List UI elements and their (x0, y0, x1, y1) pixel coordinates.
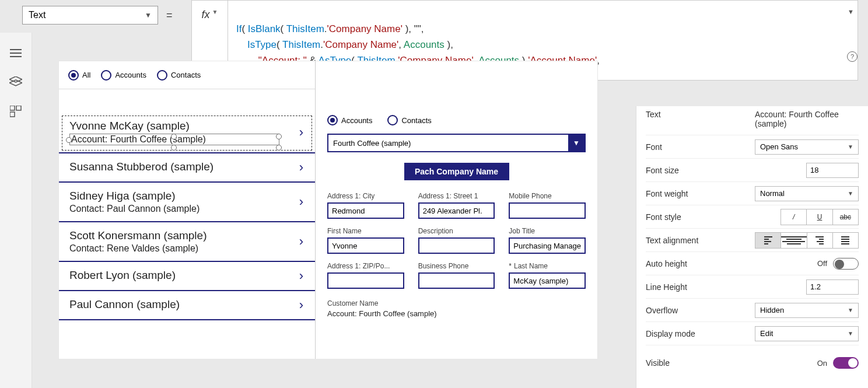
chevron-right-icon[interactable]: › (299, 125, 303, 140)
style-underline-button[interactable]: U (807, 209, 832, 225)
svg-rect-7 (10, 112, 15, 117)
prop-autoheight-label: Auto height (646, 259, 817, 268)
style-strike-button[interactable]: abc (833, 209, 858, 225)
patch-button[interactable]: Pach Company Name (404, 163, 509, 180)
gallery-item[interactable]: Sidney Higa (sample) Contact: Paul Canno… (59, 183, 315, 222)
field-label: *Last Name (509, 262, 586, 270)
chevron-right-icon[interactable]: › (299, 298, 303, 313)
customer-name-value: Account: Fourth Coffee (sample) (327, 309, 586, 318)
prop-fontweight-select[interactable]: Normal▼ (755, 186, 859, 201)
field-label: Address 1: City (327, 192, 404, 200)
field-input-firstname[interactable] (327, 237, 404, 254)
properties-panel: Text Account: Fourth Coffee (sample) Fon… (636, 106, 868, 388)
chevron-down-icon: ▼ (848, 190, 853, 197)
field-label: Description (418, 227, 495, 235)
prop-align-label: Text alignment (646, 236, 755, 245)
align-justify-icon (841, 236, 849, 244)
field-input-street[interactable] (418, 202, 495, 219)
detail-form: Accounts Contacts Fourth Coffee (sample)… (316, 61, 597, 359)
align-center-icon (781, 236, 806, 244)
align-justify-button[interactable] (833, 233, 858, 248)
radio-all[interactable]: All (68, 70, 90, 81)
svg-marker-3 (9, 76, 22, 82)
chevron-right-icon[interactable]: › (299, 160, 303, 175)
field-input-zip[interactable] (327, 272, 404, 289)
autoheight-toggle[interactable] (833, 258, 859, 270)
prop-visible-label: Visible (646, 358, 817, 368)
prop-text-label: Text (646, 110, 755, 119)
chevron-down-icon: ▼ (145, 11, 152, 19)
left-nav-rail (0, 33, 32, 388)
help-icon[interactable]: ? (847, 51, 858, 62)
align-center-button[interactable] (781, 233, 807, 248)
field-label: Job Title (509, 227, 586, 235)
hamburger-icon[interactable] (9, 47, 22, 60)
components-icon[interactable] (9, 105, 22, 118)
prop-fontsize-input[interactable] (806, 163, 859, 178)
field-label: First Name (327, 227, 404, 235)
gallery-item-subtitle: Contact: Rene Valdes (sample) (69, 243, 306, 254)
align-left-icon (764, 236, 772, 244)
customer-name-label: Customer Name (327, 299, 586, 307)
svg-rect-6 (16, 106, 21, 110)
prop-fontstyle-label: Font style (646, 212, 780, 222)
gallery-item-subtitle: Contact: Paul Cannon (sample) (69, 204, 306, 214)
gallery-item-title: Robert Lyon (sample) (69, 269, 306, 282)
style-italic-button[interactable]: / (781, 209, 807, 225)
prop-fontweight-label: Font weight (646, 189, 755, 198)
gallery-item[interactable]: Robert Lyon (sample) › (59, 262, 315, 291)
chevron-right-icon[interactable]: › (299, 234, 303, 249)
gallery-item-title: Yvonne McKay (sample) (69, 120, 306, 132)
field-input-jobtitle[interactable] (509, 237, 586, 254)
company-dropdown[interactable]: Fourth Coffee (sample) ▼ (327, 134, 586, 152)
prop-font-label: Font (646, 142, 755, 152)
gallery-item[interactable]: Scott Konersmann (sample) Contact: Rene … (59, 222, 315, 262)
field-input-mobile[interactable] (509, 202, 586, 219)
chevron-down-icon: ▼ (848, 330, 853, 337)
prop-overflow-select[interactable]: Hidden▼ (755, 303, 859, 318)
gallery-item[interactable]: Susanna Stubberod (sample) › (59, 153, 315, 183)
radio-accounts[interactable]: Accounts (101, 70, 146, 81)
gallery-item-title: Scott Konersmann (sample) (69, 229, 306, 242)
field-input-city[interactable] (327, 202, 404, 219)
align-right-button[interactable] (807, 233, 833, 248)
chevron-down-icon[interactable]: ▼ (568, 135, 584, 151)
gallery-filter-row: All Accounts Contacts (59, 61, 315, 89)
visible-toggle[interactable] (833, 357, 859, 369)
prop-lineheight-input[interactable] (806, 279, 859, 295)
chevron-right-icon[interactable]: › (299, 194, 303, 209)
field-input-businessphone[interactable] (418, 272, 495, 289)
gallery-item-subtitle-selected[interactable]: Account: Fourth Coffee (sample) (69, 134, 279, 145)
field-label: Mobile Phone (509, 192, 586, 200)
equals-sign: = (166, 9, 173, 22)
radio-detail-contacts[interactable]: Contacts (387, 115, 431, 125)
gallery-item-title: Sidney Higa (sample) (69, 190, 306, 202)
gallery-item-title: Paul Cannon (sample) (69, 298, 306, 311)
chevron-down-icon[interactable]: ▼ (848, 4, 854, 19)
svg-marker-4 (9, 80, 22, 86)
prop-text-value[interactable]: Account: Fourth Coffee (sample) (755, 110, 859, 128)
prop-font-select[interactable]: Open Sans▼ (755, 139, 859, 155)
field-input-description[interactable] (418, 237, 495, 254)
radio-contacts[interactable]: Contacts (157, 70, 201, 81)
radio-detail-accounts[interactable]: Accounts (327, 115, 372, 125)
field-label: Business Phone (418, 262, 495, 270)
property-selector[interactable]: Text ▼ (22, 6, 158, 25)
chevron-down-icon: ▼ (848, 144, 853, 150)
prop-lineheight-label: Line Height (646, 282, 806, 292)
field-label: Address 1: ZIP/Po... (327, 262, 404, 270)
svg-rect-5 (10, 106, 15, 110)
app-canvas: All Accounts Contacts Yvonne McKay (samp… (58, 61, 598, 359)
prop-fontsize-label: Font size (646, 166, 806, 175)
gallery-item-title: Susanna Stubberod (sample) (69, 160, 306, 173)
gallery-item[interactable]: Yvonne McKay (sample) Account: Fourth Co… (59, 113, 315, 153)
layers-icon[interactable] (9, 76, 22, 89)
align-left-button[interactable] (755, 233, 781, 248)
prop-displaymode-label: Display mode (646, 329, 755, 338)
field-label: Address 1: Street 1 (418, 192, 495, 200)
prop-displaymode-select[interactable]: Edit▼ (755, 326, 859, 341)
contact-gallery[interactable]: All Accounts Contacts Yvonne McKay (samp… (59, 61, 316, 359)
field-input-lastname[interactable] (509, 272, 586, 289)
chevron-right-icon[interactable]: › (299, 268, 303, 284)
gallery-item[interactable]: Paul Cannon (sample) › (59, 291, 315, 320)
